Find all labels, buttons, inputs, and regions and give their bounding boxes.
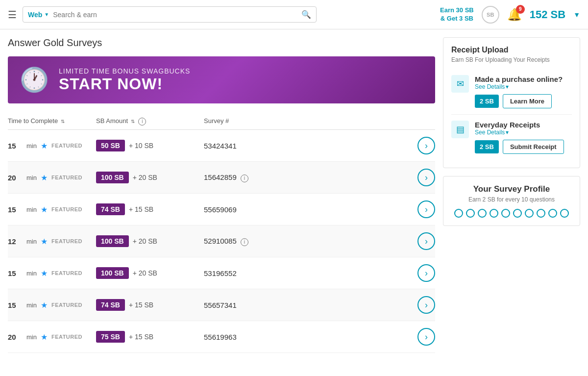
online-purchase-info: Made a purchase online? See Details ▾ 2 … bbox=[475, 75, 572, 108]
go-button[interactable]: › bbox=[417, 328, 435, 346]
progress-dot bbox=[537, 209, 545, 218]
time-cell: 20 min ★ FEATURED bbox=[8, 173, 96, 182]
search-bar: Web ▼ 🔍 bbox=[23, 6, 317, 23]
table-row: 20 min ★ FEATURED 100 SB + 20 SB 1564285… bbox=[8, 162, 435, 194]
everyday-receipts-title: Everyday Receipts bbox=[475, 121, 572, 129]
time-cell: 12 min ★ FEATURED bbox=[8, 237, 96, 246]
progress-dot bbox=[501, 209, 510, 218]
submit-receipt-button[interactable]: Submit Receipt bbox=[503, 140, 564, 154]
action-cell: › bbox=[406, 328, 435, 346]
sb-amount-badge: 74 SB bbox=[96, 203, 125, 215]
amount-cell: 75 SB + 15 SB bbox=[96, 331, 204, 343]
left-content: Answer Gold Surveys 🕐 LIMITED TIME BONUS… bbox=[8, 37, 435, 353]
col-header-amount[interactable]: SB Amount ⇅ i bbox=[96, 117, 204, 125]
online-purchase-title: Made a purchase online? bbox=[475, 75, 572, 83]
sb-balance[interactable]: 152 SB bbox=[530, 8, 565, 21]
progress-dot bbox=[513, 209, 522, 218]
time-cell: 15 min ★ FEATURED bbox=[8, 141, 96, 150]
time-value: 12 bbox=[8, 237, 23, 246]
sb-circle[interactable]: SB bbox=[482, 6, 499, 24]
receipt-upload-subtitle: Earn SB For Uploading Your Receipts bbox=[451, 56, 572, 63]
progress-dot bbox=[466, 209, 475, 218]
profile-title: Your Survey Profile bbox=[451, 184, 572, 194]
earn-sb-button[interactable]: Earn 30 SB & Get 3 SB bbox=[440, 6, 474, 23]
action-cell: › bbox=[406, 169, 435, 186]
featured-label: FEATURED bbox=[51, 334, 82, 340]
amount-cell: 74 SB + 15 SB bbox=[96, 299, 204, 311]
featured-label: FEATURED bbox=[51, 238, 82, 244]
bonus-text: + 10 SB bbox=[129, 142, 153, 150]
time-unit: min bbox=[26, 238, 37, 245]
survey-rows: 15 min ★ FEATURED 50 SB + 10 SB 53424341… bbox=[8, 130, 435, 353]
progress-dot bbox=[560, 209, 569, 218]
survey-info-icon[interactable]: i bbox=[241, 238, 248, 246]
search-icon[interactable]: 🔍 bbox=[301, 10, 311, 19]
time-value: 20 bbox=[8, 333, 23, 341]
survey-info-icon[interactable]: i bbox=[241, 175, 248, 182]
everyday-receipts-item: ▤ Everyday Receipts See Details ▾ 2 SB S… bbox=[451, 115, 572, 160]
sb-amount-badge: 50 SB bbox=[96, 140, 125, 151]
sb-amount-badge: 100 SB bbox=[96, 267, 129, 279]
everyday-receipts-actions: 2 SB Submit Receipt bbox=[475, 140, 572, 154]
col-header-time[interactable]: Time to Complete ⇅ bbox=[8, 117, 96, 125]
table-row: 15 min ★ FEATURED 100 SB + 20 SB 5319655… bbox=[8, 257, 435, 289]
everyday-receipts-see-details[interactable]: See Details ▾ bbox=[475, 129, 572, 136]
survey-number: 55659069 bbox=[204, 205, 406, 214]
featured-star-icon: ★ bbox=[41, 173, 48, 182]
time-unit: min bbox=[26, 174, 37, 181]
search-input[interactable] bbox=[53, 11, 301, 19]
search-type-label: Web bbox=[28, 11, 42, 19]
banner-subtitle: LIMITED TIME BONUS SWAGBUCKS bbox=[59, 67, 190, 75]
go-button[interactable]: › bbox=[417, 169, 435, 186]
featured-label: FEATURED bbox=[51, 302, 82, 308]
menu-icon[interactable]: ☰ bbox=[8, 9, 17, 21]
time-cell: 20 min ★ FEATURED bbox=[8, 332, 96, 342]
chevron-down-icon: ▼ bbox=[44, 12, 49, 17]
time-cell: 15 min ★ FEATURED bbox=[8, 205, 96, 214]
online-purchase-item: ✉ Made a purchase online? See Details ▾ … bbox=[451, 69, 572, 115]
everyday-receipts-info: Everyday Receipts See Details ▾ 2 SB Sub… bbox=[475, 121, 572, 154]
go-button[interactable]: › bbox=[417, 137, 435, 154]
amount-info-icon[interactable]: i bbox=[138, 118, 146, 125]
bonus-text: + 15 SB bbox=[129, 301, 153, 309]
go-button[interactable]: › bbox=[417, 296, 435, 314]
featured-star-icon: ★ bbox=[41, 269, 48, 278]
action-cell: › bbox=[406, 137, 435, 154]
progress-dot bbox=[548, 209, 557, 218]
time-cell: 15 min ★ FEATURED bbox=[8, 301, 96, 310]
table-row: 15 min ★ FEATURED 74 SB + 15 SB 55659069… bbox=[8, 194, 435, 226]
balance-chevron-icon[interactable]: ▼ bbox=[573, 11, 580, 19]
survey-number: 53196552 bbox=[204, 269, 406, 277]
banner-title: START NOW! bbox=[59, 75, 190, 93]
survey-number: 15642859 i bbox=[204, 173, 406, 182]
sort-arrow-amount: ⇅ bbox=[131, 119, 135, 124]
go-button[interactable]: › bbox=[417, 232, 435, 250]
everyday-receipts-sb-badge: 2 SB bbox=[475, 140, 499, 153]
go-button[interactable]: › bbox=[417, 264, 435, 282]
learn-more-button[interactable]: Learn More bbox=[503, 94, 552, 108]
right-sidebar: Receipt Upload Earn SB For Uploading You… bbox=[443, 37, 580, 353]
search-dropdown[interactable]: Web ▼ bbox=[28, 11, 49, 19]
online-purchase-see-details[interactable]: See Details ▾ bbox=[475, 83, 572, 90]
time-value: 20 bbox=[8, 174, 23, 182]
action-cell: › bbox=[406, 232, 435, 250]
banner-text: LIMITED TIME BONUS SWAGBUCKS START NOW! bbox=[59, 67, 190, 93]
sb-amount-badge: 100 SB bbox=[96, 172, 129, 183]
time-value: 15 bbox=[8, 205, 23, 214]
table-row: 15 min ★ FEATURED 50 SB + 10 SB 53424341… bbox=[8, 130, 435, 162]
banner[interactable]: 🕐 LIMITED TIME BONUS SWAGBUCKS START NOW… bbox=[8, 56, 435, 103]
featured-label: FEATURED bbox=[51, 175, 82, 180]
amount-cell: 100 SB + 20 SB bbox=[96, 235, 204, 247]
table-header: Time to Complete ⇅ SB Amount ⇅ i Survey … bbox=[8, 113, 435, 130]
bonus-text: + 20 SB bbox=[133, 174, 157, 181]
col-header-survey: Survey # bbox=[204, 117, 435, 125]
header: ☰ Web ▼ 🔍 Earn 30 SB & Get 3 SB SB 🔔 9 1… bbox=[0, 0, 588, 29]
go-button[interactable]: › bbox=[417, 201, 435, 218]
time-value: 15 bbox=[8, 142, 23, 150]
survey-profile-card: Your Survey Profile Earn 2 SB for every … bbox=[443, 176, 580, 226]
sort-arrow-time: ⇅ bbox=[61, 119, 65, 124]
header-right: Earn 30 SB & Get 3 SB SB 🔔 9 152 SB ▼ bbox=[440, 6, 580, 24]
bell-button[interactable]: 🔔 9 bbox=[507, 8, 522, 22]
time-unit: min bbox=[26, 301, 37, 309]
progress-dot bbox=[490, 209, 498, 218]
